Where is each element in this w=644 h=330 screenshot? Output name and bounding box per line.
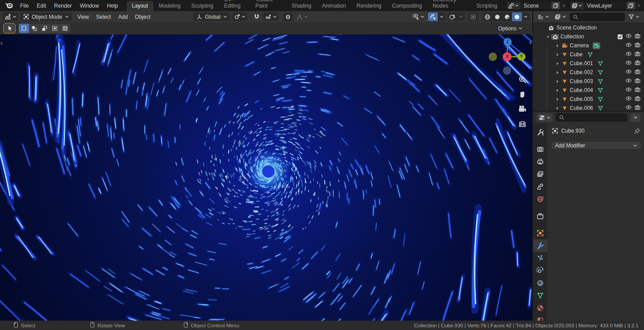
properties-tab-modifiers[interactable] <box>533 239 547 252</box>
outliner-row-cube[interactable]: Cube <box>533 50 644 59</box>
workspace-tab-scripting[interactable]: Scripting <box>471 1 503 11</box>
outliner-row-cube-002[interactable]: Cube.002 <box>533 68 644 77</box>
disclosure-right-icon[interactable] <box>554 71 560 75</box>
editor-type-button[interactable] <box>3 13 18 21</box>
menu-help[interactable]: Help <box>103 3 122 9</box>
properties-tab-collection[interactable] <box>533 210 547 222</box>
outliner-row-cube-006[interactable]: Cube.006 <box>533 104 644 111</box>
workspace-tab-shading[interactable]: Shading <box>286 1 317 11</box>
hide-viewport-eye-icon[interactable] <box>626 96 631 103</box>
hide-viewport-eye-icon[interactable] <box>626 87 631 94</box>
viewlayer-remove-button[interactable]: × <box>635 2 640 9</box>
select-mode-extend[interactable] <box>29 24 39 33</box>
shading-solid-button[interactable] <box>492 13 502 21</box>
disable-render-camera-icon[interactable] <box>635 87 640 94</box>
hide-viewport-eye-icon[interactable] <box>626 104 631 111</box>
shading-rendered-button[interactable] <box>512 13 522 21</box>
toggle-ortho-grid-button[interactable] <box>518 120 526 129</box>
properties-options-dropdown[interactable] <box>631 113 640 122</box>
properties-tab-view-layer[interactable] <box>533 168 547 180</box>
menu-window[interactable]: Window <box>76 3 103 9</box>
camera-view-button[interactable] <box>518 105 526 114</box>
outliner-display-mode[interactable] <box>536 13 551 21</box>
blender-logo-icon[interactable] <box>4 0 13 11</box>
outliner-row-cube-004[interactable]: Cube.004 <box>533 86 644 95</box>
select-mode-subtract[interactable] <box>39 24 50 33</box>
gizmos-toggle[interactable] <box>428 13 438 21</box>
workspace-tab-geometry-nodes[interactable]: Geometry Nodes <box>427 0 471 11</box>
workspace-tab-rendering[interactable]: Rendering <box>351 1 386 11</box>
menu-render[interactable]: Render <box>50 3 76 9</box>
pivot-point-dropdown[interactable] <box>232 13 247 21</box>
outliner-row-scene-collection[interactable]: Scene Collection <box>533 23 644 32</box>
toolbar-expand-arrow[interactable]: › <box>0 40 3 46</box>
properties-tab-render[interactable] <box>533 143 547 155</box>
properties-tab-data[interactable] <box>533 289 547 302</box>
disclosure-right-icon[interactable] <box>554 62 560 66</box>
disclosure-right-icon[interactable] <box>554 53 560 57</box>
workspace-tab-uv-editing[interactable]: UV Editing <box>219 0 250 11</box>
properties-tab-world[interactable] <box>533 193 547 205</box>
scene-new-button[interactable] <box>551 2 560 9</box>
scene-name-field[interactable]: Scene <box>520 3 551 9</box>
viewport-canvas[interactable]: › ‹ ZYX <box>0 34 532 321</box>
proportional-falloff-dropdown[interactable] <box>295 13 310 21</box>
workspace-tab-modeling[interactable]: Modeling <box>153 1 186 11</box>
hide-viewport-eye-icon[interactable] <box>626 69 631 76</box>
outliner-filter-dropdown[interactable] <box>627 13 641 21</box>
outliner-row-cube-005[interactable]: Cube.005 <box>533 95 644 104</box>
shading-wireframe-button[interactable] <box>483 13 492 21</box>
pan-hand-button[interactable] <box>518 90 526 100</box>
options-dropdown[interactable]: Options <box>498 25 522 32</box>
disclosure-right-icon[interactable] <box>554 97 560 101</box>
workspace-tab-texture-paint[interactable]: Texture Paint <box>250 0 286 11</box>
properties-editor-type-button[interactable] <box>537 113 552 122</box>
hide-viewport-eye-icon[interactable] <box>626 51 631 58</box>
active-tool-select-box[interactable] <box>4 24 15 33</box>
hide-viewport-eye-icon[interactable] <box>626 42 631 49</box>
sidebar-expand-arrow[interactable]: ‹ <box>529 39 531 46</box>
overlays-toggle[interactable] <box>447 13 457 21</box>
snap-settings-dropdown[interactable] <box>263 13 279 21</box>
viewlayer-new-button[interactable] <box>627 2 635 9</box>
outliner-viewlayer-button[interactable] <box>553 13 568 21</box>
properties-search-input[interactable] <box>556 113 627 121</box>
disable-render-camera-icon[interactable] <box>635 33 640 40</box>
collection-checkbox[interactable] <box>618 34 623 39</box>
disable-render-camera-icon[interactable] <box>635 96 640 103</box>
select-mode-set[interactable] <box>19 24 29 33</box>
outliner-row-collection[interactable]: Collection <box>533 32 644 41</box>
viewport-menu-add[interactable]: Add <box>114 14 131 20</box>
overlays-dropdown[interactable] <box>457 13 465 21</box>
snap-toggle[interactable] <box>252 13 262 21</box>
gizmo-axis-y-neg[interactable] <box>489 53 497 61</box>
disclosure-down-icon[interactable] <box>545 35 551 39</box>
disable-render-camera-icon[interactable] <box>635 104 640 111</box>
outliner-row-camera[interactable]: Camera <box>533 41 644 50</box>
hide-viewport-eye-icon[interactable] <box>626 78 631 85</box>
properties-tab-constraints[interactable] <box>533 277 547 289</box>
viewlayer-name-field[interactable]: ViewLayer <box>584 3 627 9</box>
proportional-editing-toggle[interactable] <box>283 13 293 21</box>
workspace-tab-animation[interactable]: Animation <box>317 1 351 11</box>
viewport-menu-select[interactable]: Select <box>93 14 114 20</box>
properties-tab-object[interactable] <box>533 227 547 239</box>
workspace-tab-compositing[interactable]: Compositing <box>387 1 428 11</box>
select-mode-invert[interactable] <box>50 24 60 33</box>
disclosure-right-icon[interactable] <box>554 79 560 84</box>
menu-edit[interactable]: Edit <box>33 3 50 9</box>
viewport-menu-view[interactable]: View <box>74 14 93 20</box>
disable-render-camera-icon[interactable] <box>635 69 640 76</box>
properties-tab-particles[interactable] <box>533 252 547 264</box>
hide-viewport-eye-icon[interactable] <box>626 33 631 40</box>
shading-material-button[interactable] <box>502 13 512 21</box>
workspace-tab-sculpting[interactable]: Sculpting <box>186 1 219 11</box>
select-mode-intersect[interactable] <box>60 24 70 33</box>
disable-render-camera-icon[interactable] <box>635 42 640 49</box>
gizmo-axis-z-neg[interactable] <box>504 67 511 75</box>
scene-unlink-button[interactable]: × <box>560 2 566 9</box>
viewlayer-browse-button[interactable] <box>570 2 584 9</box>
disclosure-right-icon[interactable] <box>554 44 560 48</box>
properties-tab-material[interactable] <box>533 302 547 314</box>
zoom-button[interactable] <box>518 75 526 85</box>
